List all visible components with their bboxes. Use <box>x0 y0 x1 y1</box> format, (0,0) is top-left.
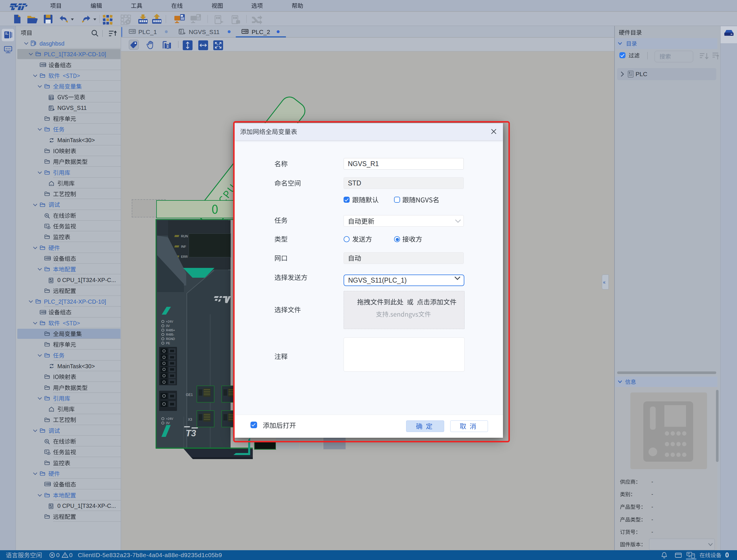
svg-text:INF: INF <box>181 245 186 248</box>
svg-text:ERR: ERR <box>181 255 188 258</box>
svg-text:R485-: R485- <box>166 333 174 336</box>
svg-text:PE: PE <box>166 341 170 345</box>
svg-text:T3: T3 <box>186 428 196 438</box>
svg-text:RGND: RGND <box>166 337 175 341</box>
svg-text:+24V: +24V <box>166 320 173 323</box>
svg-text:GE1: GE1 <box>186 393 193 397</box>
svg-text:0V: 0V <box>166 421 170 425</box>
svg-text:X3: X3 <box>188 418 192 422</box>
svg-text:RUN: RUN <box>181 234 188 238</box>
svg-text:0V: 0V <box>166 324 170 328</box>
svg-text:R485+: R485+ <box>166 328 175 332</box>
svg-text:+24V: +24V <box>166 417 173 420</box>
